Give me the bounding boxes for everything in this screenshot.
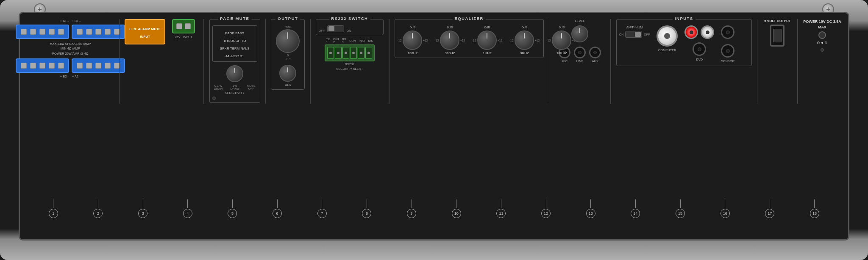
rs232-pin-com: COM	[349, 39, 356, 42]
tc-5	[358, 47, 364, 59]
pin-1	[77, 63, 83, 69]
anti-hum-col: ANITI-HUM ON OFF	[619, 25, 650, 38]
eq-1khz-label: 1KHZ	[483, 51, 492, 55]
eq-band-1khz: 0dB -12 +12 1KHZ	[472, 25, 503, 55]
mute-off-label: MUTEOFF	[247, 84, 256, 90]
sensor-col: SENSOR	[721, 25, 734, 63]
equalizer-section: EQUALIZER 0dB -12 +12 100HZ 0dB	[395, 19, 544, 58]
rs232-terminal-strip[interactable]	[325, 44, 375, 61]
eq-10khz-db: 0dB	[559, 25, 565, 29]
pin-5	[58, 29, 64, 35]
eq-knob-100hz[interactable]	[403, 30, 422, 50]
eq-band-100hz: 0dB -12 +12 100HZ	[398, 25, 428, 55]
polarity-text: ⊖ ● ⊕	[817, 41, 828, 45]
a2-label: + A2 -	[72, 75, 81, 78]
computer-col: COMPUTER	[657, 25, 678, 52]
divider-2	[203, 19, 204, 104]
page-mute-section: PAGE MUTE PAGE PASSTHROUGH TOSPKR TERMIN…	[209, 19, 260, 103]
num-col-1: 1	[49, 199, 58, 218]
sensitivity-knob[interactable]	[226, 65, 243, 82]
page-pass-text: PAGE PASSTHROUGH TOSPKR TERMINALSA1 &/OR…	[220, 31, 250, 58]
number-6: 6	[273, 209, 282, 218]
number-13: 13	[586, 209, 595, 218]
divider-9	[797, 19, 798, 104]
number-5: 5	[228, 209, 237, 218]
sensor-jack-bottom[interactable]	[721, 44, 734, 58]
dvd-col: DVD	[684, 25, 714, 61]
sensitivity-led	[212, 97, 216, 100]
terminal-a1[interactable]	[16, 25, 69, 39]
terminal-b2[interactable]	[16, 58, 69, 73]
divider-8	[757, 19, 758, 104]
sensor-jack-top[interactable]	[721, 25, 734, 39]
tc-6	[365, 47, 372, 59]
eq-knob-10khz[interactable]	[552, 30, 571, 50]
pin-3	[39, 63, 45, 69]
eq-knob-300hz[interactable]	[440, 30, 459, 50]
equalizer-label: EQUALIZER	[452, 16, 485, 21]
rs232-pin-gnd: Gnd2	[333, 38, 339, 44]
input-label: INPUT	[183, 35, 193, 39]
fire-alarm-label: FIRE ALARM MUTE INPUT	[129, 27, 161, 39]
device-panel: + A1 - + B1 -	[19, 12, 849, 241]
security-alert-label: SECURITY ALERT	[336, 67, 363, 71]
draw-01w-label: 0.1 WDRAW	[214, 84, 223, 90]
number-1: 1	[49, 209, 58, 218]
terminal-b1[interactable]	[72, 25, 125, 39]
input-25v-section: 25V INPUT	[169, 19, 198, 39]
number-15: 15	[676, 209, 685, 218]
rs232-off-label: OFF	[319, 29, 325, 32]
eq-knob-1khz[interactable]	[477, 30, 497, 50]
dvd-label: DVD	[696, 58, 703, 61]
on-label: ON	[619, 33, 624, 36]
num-col-18: 18	[810, 199, 819, 218]
speaker-desc: MAX 2.8Ω SPEAKERS /AMPMIN 4Ω /AMPPOWER 2…	[50, 42, 91, 55]
num-col-8: 8	[362, 199, 371, 218]
number-14: 14	[631, 209, 640, 218]
eq-band-300hz: 0dB -12 +12 300HZ	[435, 25, 465, 55]
draw-1w-label: 1WDRAW	[231, 84, 239, 90]
usb-port[interactable]	[770, 25, 785, 47]
output-knob[interactable]	[276, 29, 300, 53]
power-label: POWER 19V DC 3.5A MAX	[803, 19, 841, 30]
power-connector[interactable]	[818, 31, 826, 39]
number-10: 10	[452, 209, 461, 218]
25v-label: 25V	[175, 35, 180, 39]
rs232-pin-nc: N/C	[368, 39, 373, 42]
num-col-5: 5	[228, 199, 237, 218]
computer-jack[interactable]	[657, 25, 678, 47]
pin-1	[77, 29, 83, 35]
num-col-17: 17	[765, 199, 774, 218]
computer-label: COMPUTER	[658, 48, 676, 52]
eq-bands: 0dB -12 +12 100HZ 0dB -12	[398, 25, 541, 55]
aux-jack[interactable]	[589, 47, 601, 58]
als-knob[interactable]	[279, 65, 296, 82]
dvd-rca-red[interactable]	[684, 25, 698, 39]
main-panel: + A1 - + B1 -	[0, 0, 868, 260]
number-16: 16	[721, 209, 730, 218]
dvd-trs[interactable]	[693, 42, 706, 56]
eq-knob-3khz[interactable]	[515, 30, 534, 50]
pin-1	[21, 63, 27, 69]
level-knob[interactable]	[571, 25, 588, 42]
rs232-toggle[interactable]	[327, 25, 344, 32]
eq-3khz-db: 0dB	[521, 25, 527, 29]
anti-hum-toggle[interactable]	[625, 31, 642, 38]
tc-3	[342, 47, 349, 59]
pin-3	[95, 29, 101, 35]
rs232-switch-box: RS232 SWITCH OFF ON	[316, 19, 384, 35]
sensor-label: SENSOR	[721, 59, 734, 63]
dvd-rca-white[interactable]	[701, 25, 714, 39]
num-col-2: 2	[93, 199, 103, 218]
terminal-25v[interactable]	[172, 19, 195, 33]
rs232-label: RS232	[345, 62, 354, 66]
5v-output-label: 5 VOLT OUTPUT	[764, 19, 791, 23]
tc-1	[327, 47, 334, 59]
tc-2	[335, 47, 342, 59]
pin-4	[49, 63, 55, 69]
fire-alarm-box: FIRE ALARM MUTE INPUT	[125, 19, 165, 44]
fire-alarm-section: FIRE ALARM MUTE INPUT	[125, 19, 165, 44]
terminal-a2[interactable]	[72, 58, 125, 73]
pin-3	[39, 29, 45, 35]
polarity-diagram: ⊖ ● ⊕	[817, 41, 828, 45]
